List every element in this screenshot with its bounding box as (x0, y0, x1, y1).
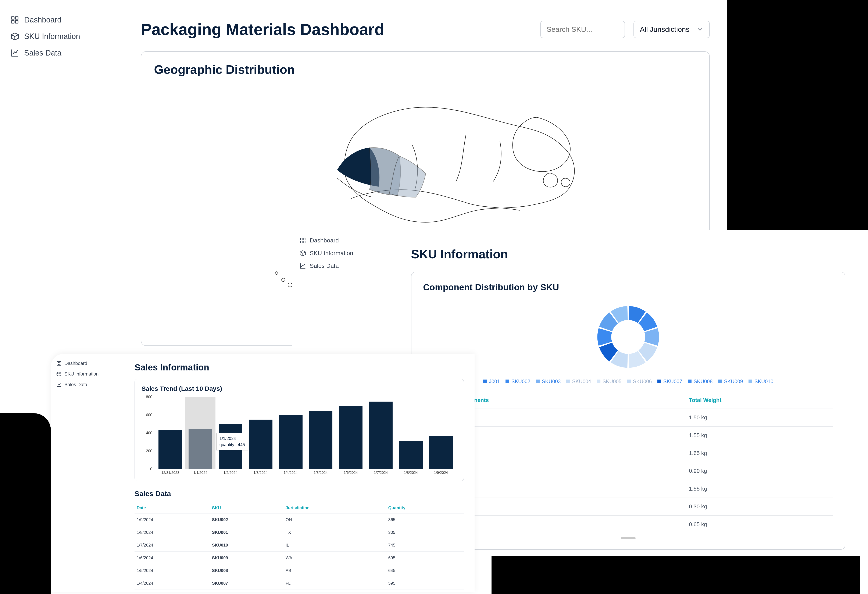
sidebar-item-sku-information[interactable]: SKU Information (56, 369, 119, 379)
legend-swatch (748, 380, 752, 383)
bar[interactable] (339, 406, 363, 469)
black-region (0, 413, 51, 594)
sidebar-item-sales-data[interactable]: Sales Data (56, 379, 119, 390)
legend-item[interactable]: SKU010 (748, 378, 773, 384)
table-row[interactable]: 2 components0.30 kg (423, 498, 833, 516)
sidebar-item-label: Dashboard (64, 361, 87, 366)
sidebar-item-label: Sales Data (310, 263, 339, 269)
sidebar-item-label: Dashboard (24, 15, 62, 24)
col-weight[interactable]: Total Weight (686, 392, 833, 409)
legend-swatch (483, 380, 487, 383)
table-row[interactable]: 3 components1.55 kg (423, 427, 833, 445)
chart-icon (10, 49, 19, 57)
xtick: 12/31/2023 (158, 471, 182, 475)
sidebar-item-sku-information[interactable]: SKU Information (9, 28, 115, 45)
xtick: 1/5/2024 (309, 471, 333, 475)
bar[interactable] (429, 436, 453, 469)
sales-window: Dashboard SKU Information Sales Data Sal… (51, 354, 475, 592)
legend: J001SKU002SKU003SKU004SKU005SKU006SKU007… (423, 378, 833, 384)
chart-icon (300, 263, 306, 269)
col-date[interactable]: Date (134, 502, 210, 513)
table-row[interactable]: 1/4/2024 SKU007 FL 595 (134, 577, 464, 590)
layout-icon (56, 361, 62, 366)
legend-item[interactable]: SKU003 (536, 378, 561, 384)
chevron-down-icon (697, 26, 703, 33)
donut-slice[interactable] (598, 328, 612, 346)
sidebar-item-dashboard[interactable]: Dashboard (298, 234, 390, 247)
legend-swatch (688, 380, 691, 383)
select-value: All Jurisdictions (640, 25, 689, 34)
page-title: Sales Information (134, 362, 464, 372)
sidebar-item-sales-data[interactable]: Sales Data (298, 260, 390, 272)
cube-icon (56, 371, 62, 377)
table-row[interactable]: 3 components1.65 kg (423, 445, 833, 462)
legend-swatch (596, 380, 601, 383)
bar[interactable] (369, 402, 393, 469)
sidebar-item-label: Sales Data (24, 49, 62, 58)
table-row[interactable]: 3 components0.90 kg (423, 462, 833, 480)
ytick: 600 (146, 413, 152, 417)
table-row[interactable]: 3 components1.55 kg (423, 480, 833, 498)
xtick: 1/2/2024 (218, 471, 242, 475)
col-sku[interactable]: SKU (210, 502, 283, 513)
search-input[interactable] (540, 21, 625, 38)
sidebar-item-label: SKU Information (64, 371, 99, 377)
sales-table: DateSKUJurisdictionQuantity 1/9/2024 SKU… (134, 502, 464, 590)
table-row[interactable]: 3 components1.50 kg (423, 409, 833, 427)
bar[interactable] (158, 430, 182, 469)
col-quantity[interactable]: Quantity (386, 502, 464, 513)
legend-item[interactable]: SKU008 (688, 378, 713, 384)
legend-swatch (627, 380, 631, 383)
legend-swatch (566, 380, 570, 383)
chart-icon (56, 382, 62, 387)
sidebar-item-dashboard[interactable]: Dashboard (56, 358, 119, 369)
sidebar-item-dashboard[interactable]: Dashboard (9, 12, 115, 28)
ytick: 400 (146, 431, 152, 435)
card-title: Sales Trend (Last 10 Days) (142, 385, 457, 392)
sidebar: Dashboard SKU Information Sales Data (292, 230, 396, 285)
legend-item[interactable]: J001 (483, 378, 500, 384)
legend-item[interactable]: SKU007 (657, 378, 682, 384)
legend-swatch (536, 380, 540, 383)
scroll-indicator[interactable] (621, 537, 636, 539)
legend-item[interactable]: SKU006 (627, 378, 652, 384)
table-row[interactable]: 3 components0.65 kg (423, 516, 833, 533)
col-jurisdiction[interactable]: Jurisdiction (283, 502, 386, 513)
ytick: 200 (146, 449, 152, 453)
sidebar-item-sales-data[interactable]: Sales Data (9, 45, 115, 61)
legend-item[interactable]: SKU005 (596, 378, 621, 384)
legend-item[interactable]: SKU004 (566, 378, 591, 384)
bar[interactable] (309, 411, 333, 469)
sidebar-item-sku-information[interactable]: SKU Information (298, 247, 390, 260)
table-row[interactable]: 1/6/2024 SKU009 WA 695 (134, 552, 464, 564)
sidebar-item-label: Sales Data (64, 382, 87, 387)
page-title: SKU Information (411, 247, 845, 261)
table-row[interactable]: 1/5/2024 SKU008 AB 645 (134, 564, 464, 577)
sidebar: Dashboard SKU Information Sales Data (0, 0, 124, 350)
bar[interactable] (249, 420, 272, 469)
legend-swatch (718, 380, 722, 383)
sidebar: Dashboard SKU Information Sales Data (51, 354, 124, 592)
jurisdiction-select[interactable]: All Jurisdictions (633, 21, 710, 38)
bar[interactable] (399, 441, 423, 469)
chart-tooltip: 1/1/2024quantity : 445 (216, 433, 248, 450)
svg-point-4 (275, 272, 278, 275)
donut-chart[interactable] (594, 303, 662, 371)
sales-chart-card: Sales Trend (Last 10 Days) 0200400600800… (134, 379, 464, 481)
legend-item[interactable]: SKU002 (505, 378, 530, 384)
ytick: 0 (150, 467, 152, 471)
legend-item[interactable]: SKU009 (718, 378, 743, 384)
bar[interactable] (279, 415, 303, 469)
xtick: 1/3/2024 (249, 471, 272, 475)
card-title: Component Distribution by SKU (423, 282, 833, 293)
xtick: 1/4/2024 (279, 471, 303, 475)
xtick: 1/6/2024 (339, 471, 363, 475)
table-row[interactable]: 1/9/2024 SKU002 ON 365 (134, 513, 464, 526)
sidebar-item-label: Dashboard (310, 237, 339, 244)
table-row[interactable]: 1/7/2024 SKU010 IL 745 (134, 539, 464, 552)
table-row[interactable]: 1/8/2024 SKU001 TX 305 (134, 526, 464, 539)
cube-icon (10, 32, 19, 41)
donut-slice[interactable] (645, 328, 659, 346)
svg-point-5 (282, 278, 285, 281)
sales-chart[interactable]: 0200400600800 1/1/2024quantity : 445 (142, 397, 457, 469)
